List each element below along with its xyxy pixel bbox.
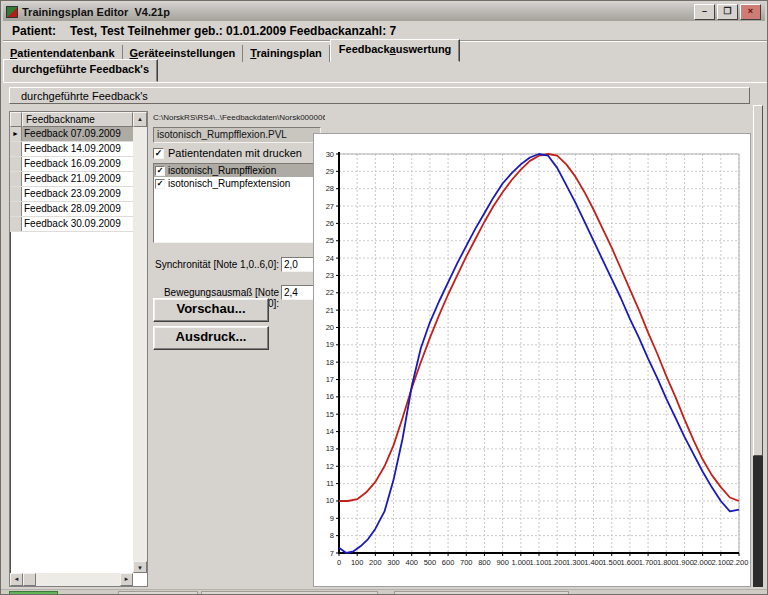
svg-text:2.100: 2.100: [711, 558, 730, 567]
scrollbar-thumb[interactable]: [23, 573, 36, 586]
taskbar: [1, 589, 768, 595]
row-marker: [10, 187, 22, 201]
svg-text:2.200: 2.200: [730, 558, 749, 567]
tab-durchgefuehrte-feedbacks[interactable]: durchgeführte Feedback's: [3, 59, 158, 82]
row-marker: [10, 202, 22, 216]
svg-text:800: 800: [478, 558, 491, 567]
taskbar-button[interactable]: [394, 591, 569, 595]
synchronitaet-label: Synchronität [Note 1,0..6,0]:: [151, 259, 279, 270]
svg-text:600: 600: [442, 558, 455, 567]
svg-text:500: 500: [424, 558, 437, 567]
close-button[interactable]: ×: [740, 4, 761, 20]
checkmark-icon[interactable]: ✓: [153, 148, 164, 159]
svg-text:7: 7: [330, 549, 334, 558]
svg-text:17: 17: [326, 375, 334, 384]
svg-text:700: 700: [460, 558, 473, 567]
table-row[interactable]: Feedback 23.09.2009: [10, 187, 147, 202]
svg-text:21: 21: [326, 306, 334, 315]
svg-text:30: 30: [326, 150, 334, 159]
svg-text:9: 9: [330, 514, 334, 523]
table-row[interactable]: Feedback 14.09.2009: [10, 142, 147, 157]
svg-text:1.200: 1.200: [548, 558, 567, 567]
svg-text:1.800: 1.800: [657, 558, 676, 567]
series-checklist[interactable]: ✓ isotonisch_Rumpfflexion ✓ isotonisch_R…: [153, 163, 321, 243]
scrollbar-thumb[interactable]: [753, 105, 763, 456]
svg-text:19: 19: [326, 340, 334, 349]
sub-tab-bar: durchgeführte Feedback's: [3, 63, 767, 83]
svg-text:1.500: 1.500: [602, 558, 621, 567]
svg-text:29: 29: [326, 167, 334, 176]
row-marker: [10, 217, 22, 231]
checklist-item-rumpfflexion[interactable]: ✓ isotonisch_Rumpfflexion: [154, 164, 320, 177]
svg-text:25: 25: [326, 236, 334, 245]
print-patientdata-label: Patientendaten mit drucken: [168, 147, 302, 159]
svg-text:22: 22: [326, 288, 334, 297]
taskbar-button-green[interactable]: [9, 591, 58, 595]
maximize-button[interactable]: ❐: [717, 4, 738, 20]
svg-text:8: 8: [330, 531, 334, 540]
row-marker: [10, 172, 22, 186]
column-header-feedbackname[interactable]: Feedbackname: [22, 112, 133, 127]
app-icon: [6, 6, 18, 18]
chart-canvas: 01002003004005006007008009001.0001.1001.…: [314, 134, 750, 586]
vertical-scrollbar[interactable]: [133, 127, 147, 573]
taskbar-button[interactable]: [201, 591, 378, 595]
svg-text:12: 12: [326, 462, 334, 471]
synchronitaet-input[interactable]: 2,0: [281, 257, 314, 272]
checkmark-icon[interactable]: ✓: [155, 166, 165, 176]
svg-text:11: 11: [326, 479, 334, 488]
svg-text:1.300: 1.300: [566, 558, 585, 567]
svg-text:1.100: 1.100: [530, 558, 549, 567]
table-row[interactable]: Feedback 21.09.2009: [10, 172, 147, 187]
scroll-right-icon[interactable]: ►: [120, 573, 133, 586]
table-row[interactable]: Feedback 16.09.2009: [10, 157, 147, 172]
row-marker: [10, 157, 22, 171]
horizontal-scrollbar[interactable]: ◄ ►: [10, 573, 133, 586]
svg-text:26: 26: [326, 219, 334, 228]
svg-text:1.600: 1.600: [621, 558, 640, 567]
title-bar[interactable]: Trainingsplan Editor V4.21p – ❐ ×: [3, 3, 765, 21]
scroll-down-icon[interactable]: ▼: [133, 561, 147, 573]
svg-text:15: 15: [326, 410, 334, 419]
pvl-file-field[interactable]: isotonisch_Rumpfflexion.PVL: [153, 127, 321, 143]
svg-text:14: 14: [326, 427, 334, 436]
svg-text:1.400: 1.400: [584, 558, 603, 567]
svg-text:13: 13: [326, 444, 334, 453]
svg-text:24: 24: [326, 254, 334, 263]
feedback-chart: 01002003004005006007008009001.0001.1001.…: [313, 133, 751, 587]
tab-feedbackauswertung[interactable]: Feedbackauswertung: [330, 39, 461, 62]
svg-text:0: 0: [337, 558, 341, 567]
svg-text:18: 18: [326, 358, 334, 367]
window-title: Trainingsplan Editor V4.21p: [22, 6, 170, 18]
ausdruck-button[interactable]: Ausdruck...: [153, 326, 269, 350]
tab-trainingsplan[interactable]: Trainingsplan: [243, 45, 330, 62]
svg-text:1.000: 1.000: [511, 558, 530, 567]
feedback-list[interactable]: Feedbackname ▲ ►Feedback 07.09.2009 Feed…: [9, 111, 148, 587]
svg-text:1.900: 1.900: [675, 558, 694, 567]
scroll-left-icon[interactable]: ◄: [10, 573, 23, 586]
vorschau-button[interactable]: Vorschau...: [153, 298, 269, 322]
table-row[interactable]: Feedback 30.09.2009: [10, 217, 147, 232]
scrollbar-track[interactable]: [753, 456, 763, 587]
list-corner: [10, 112, 22, 127]
scroll-up-icon[interactable]: ▲: [133, 112, 147, 127]
svg-text:28: 28: [326, 184, 334, 193]
minimize-button[interactable]: –: [694, 4, 715, 20]
table-row[interactable]: ►Feedback 07.09.2009: [10, 127, 147, 142]
svg-text:10: 10: [326, 496, 334, 505]
right-scrollbar[interactable]: [753, 105, 763, 587]
checklist-item-rumpfextension[interactable]: ✓ isotonisch_Rumpfextension: [154, 177, 320, 190]
bewegungsausmass-input[interactable]: 2,4: [281, 285, 314, 300]
checkmark-icon[interactable]: ✓: [155, 179, 165, 189]
patient-label: Patient:: [12, 24, 56, 38]
patient-bar: Patient: Test, Test Teilnehmer geb.: 01.…: [3, 21, 767, 41]
svg-text:2.000: 2.000: [693, 558, 712, 567]
print-patientdata-checkbox[interactable]: ✓ Patientendaten mit drucken: [153, 147, 302, 159]
taskbar-button[interactable]: [118, 591, 198, 595]
patient-value: Test, Test Teilnehmer geb.: 01.01.2009 F…: [70, 24, 396, 38]
svg-text:16: 16: [326, 392, 334, 401]
svg-text:900: 900: [496, 558, 509, 567]
svg-text:20: 20: [326, 323, 334, 332]
group-header: durchgeführte Feedback's: [9, 87, 750, 104]
table-row[interactable]: Feedback 28.09.2009: [10, 202, 147, 217]
